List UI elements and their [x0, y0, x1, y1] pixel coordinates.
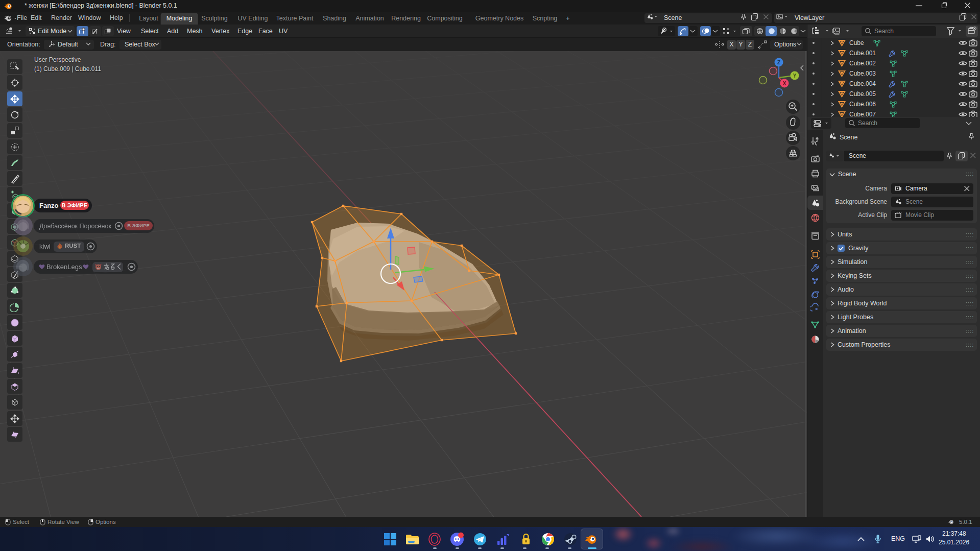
svg-text:Z: Z	[777, 60, 780, 65]
svg-text:X: X	[783, 81, 786, 86]
svg-text:Y: Y	[793, 73, 797, 79]
